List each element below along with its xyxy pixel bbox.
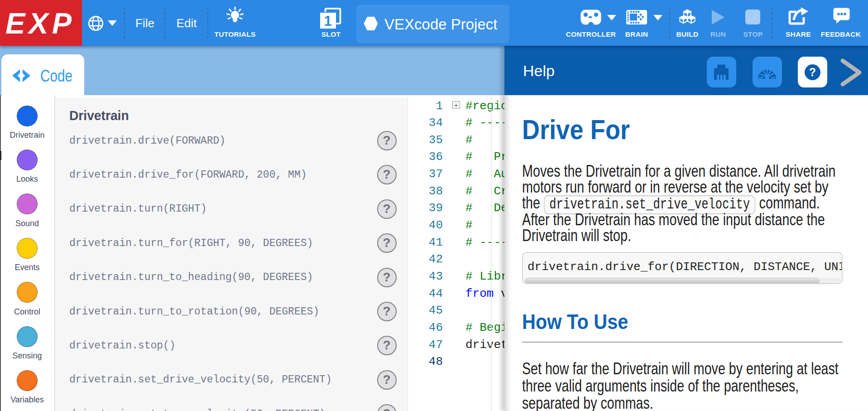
svg-text:1: 1 — [324, 13, 331, 29]
